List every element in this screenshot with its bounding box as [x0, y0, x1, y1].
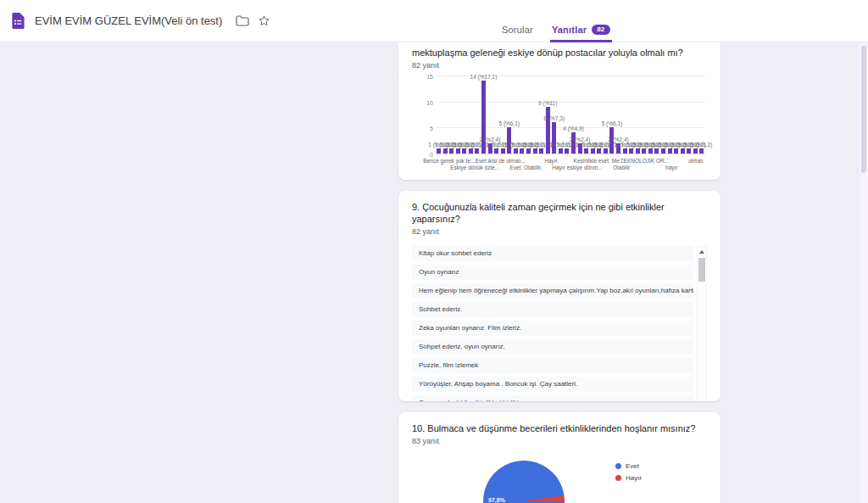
bar [597, 148, 601, 154]
x-axis-tick-label: TEKNOLOJİK OR... [620, 158, 669, 164]
bar [654, 148, 659, 154]
bar [636, 148, 640, 154]
bar [604, 148, 608, 154]
x-axis-line [436, 154, 705, 154]
x-axis-tick-label: Kesinlikle evet. Me... [574, 158, 625, 164]
question-8-response-count: 82 yanıt [412, 61, 707, 70]
star-icon[interactable] [258, 14, 270, 27]
bar [648, 148, 653, 154]
bar [514, 148, 518, 154]
y-axis-tick: 15 [420, 74, 433, 80]
y-axis-tick: 5 [420, 126, 433, 131]
bar [546, 107, 550, 154]
bar-value-label: 5 (%6,1) [498, 120, 520, 126]
answer-row: Sohpet ederiz, oyun oynarız, [412, 339, 693, 355]
question-10-title: 10. Bulmaca ve düşünme becerileri etkinl… [412, 422, 707, 434]
bar [539, 148, 543, 154]
question-10-response-count: 83 yanıt [412, 437, 707, 445]
question-card-8: mektuplaşma geleneği eskiye dönüp postac… [398, 42, 721, 180]
bar [674, 148, 678, 154]
bar-value-label: 14 (%17,1) [470, 74, 498, 80]
bar-chart: 0510151 (%1,2)1 (%1,2)1 (%1,2)1 (%1,2)1 … [420, 76, 709, 173]
tab-answers[interactable]: Yanıtlar 82 [550, 25, 612, 42]
tab-answers-label: Yanıtlar [552, 25, 587, 35]
bar [475, 148, 479, 154]
bar [642, 148, 646, 154]
answer-row: Sohbet ederiz. [412, 302, 693, 317]
answers-rows: Kitap okur sohbet ederizOyun oynarızHem … [412, 246, 693, 401]
answer-row: Puzzle, film izlemek [412, 358, 693, 373]
legend-label: Evet [626, 462, 639, 470]
bar-value-label: 6 (%7,3) [543, 115, 565, 121]
x-axis-tick-label: Evet ikisi de olmalı... [476, 158, 526, 164]
answers-scrollbar-thumb[interactable] [698, 258, 705, 282]
y-axis-tick: 10 [420, 100, 433, 106]
bar [437, 148, 441, 154]
tab-questions[interactable]: Sorular [500, 25, 535, 42]
scroll-down-icon[interactable] [698, 400, 706, 401]
bar [526, 148, 531, 154]
form-title: EVİM EVİM GÜZEL EVİM(Veli ön test) [35, 14, 222, 27]
bar [584, 148, 588, 154]
x-axis-tick-label: Hayır. [544, 158, 559, 164]
bar [559, 148, 563, 154]
move-folder-icon[interactable] [236, 15, 249, 26]
question-9-response-count: 82 yanıt [412, 227, 707, 236]
bar-chart-plot: 0510151 (%1,2)1 (%1,2)1 (%1,2)1 (%1,2)1 … [436, 76, 705, 154]
x-axis-tick-label: Hayır eskiye dönm... [552, 165, 602, 170]
answer-row: Oyun oynarız [412, 265, 693, 280]
bar-value-label: 9 (%11) [538, 100, 557, 106]
answer-row: Onun zevk aldığı etkinlikleri birlikte y… [412, 395, 693, 401]
text-answers-list[interactable]: Kitap okur sohbet ederizOyun oynarızHem … [412, 246, 707, 401]
pie-slice-label: 97,6% [488, 497, 505, 503]
x-axis-tick-label: Eskiye dönük özle... [450, 165, 499, 170]
bar [629, 148, 633, 154]
bar-value-label: 4 (%4,9) [563, 126, 584, 131]
answer-row: Hem eğlenip hem öğreneceği etkinlikler y… [412, 283, 693, 299]
x-axis-tick-label: hayır [665, 165, 677, 170]
answers-scrollbar[interactable] [697, 246, 707, 401]
bar [481, 81, 486, 154]
response-tabs: Sorular Yanıtlar 82 [500, 0, 612, 42]
page-scrollbar-thumb[interactable] [861, 46, 866, 173]
bar [693, 148, 698, 154]
page-scrollbar[interactable] [860, 42, 868, 503]
question-9-title: 9. Çocuğunuzla kaliteli zaman geçirmek i… [412, 201, 707, 225]
bar [681, 148, 685, 154]
responses-content: mektuplaşma geleneği eskiye dönüp postac… [398, 42, 721, 503]
legend-item: Hayır [615, 474, 642, 482]
scroll-up-icon[interactable] [698, 247, 706, 256]
y-axis-tick: 0 [420, 152, 433, 158]
bar [661, 148, 665, 154]
bar-value-label: 1 (%1,2) [692, 142, 713, 148]
bar [462, 148, 466, 154]
legend-dot-icon [615, 463, 621, 469]
bar [565, 148, 569, 154]
bar [507, 127, 511, 154]
x-axis-tick-label: Bence gerek yok te... [423, 158, 475, 164]
bar [591, 148, 595, 154]
bar [443, 148, 448, 154]
answer-row: Zeka oyunları oynarız. Film izleriz. [412, 321, 693, 336]
bar [520, 148, 524, 154]
legend-dot-icon [615, 475, 621, 481]
answer-row: Kitap okur sohbet ederiz [412, 246, 693, 261]
bar [494, 148, 498, 154]
x-axis-tick-label: Evet. Olabilir. [509, 165, 542, 170]
bar [501, 148, 505, 154]
bar [687, 148, 691, 154]
gridline [436, 102, 705, 103]
forms-logo-icon[interactable] [12, 13, 25, 29]
bar [469, 148, 473, 154]
bar [552, 122, 556, 154]
legend-item: Evet [615, 462, 642, 470]
pie-legend: EvetHayır [615, 462, 642, 482]
bar [449, 148, 453, 154]
app-header: EVİM EVİM GÜZEL EVİM(Veli ön test) Sorul… [0, 0, 868, 42]
bar [699, 148, 704, 154]
x-axis-tick-label: olmalı [688, 158, 703, 164]
bar [668, 148, 672, 154]
x-axis-tick-label: Olabilir [613, 165, 630, 170]
question-8-title: mektuplaşma geleneği eskiye dönüp postac… [412, 47, 707, 59]
response-count-badge: 82 [592, 25, 609, 35]
